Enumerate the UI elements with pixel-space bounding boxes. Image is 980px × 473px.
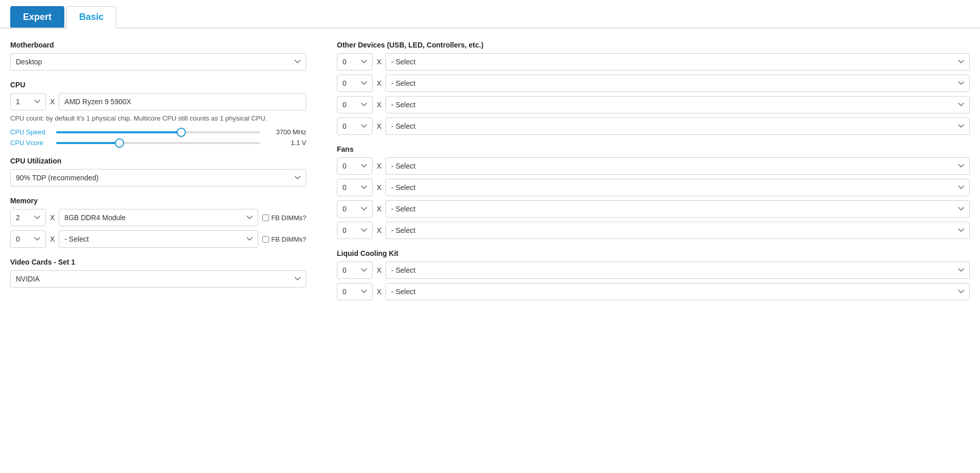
- cpu-util-select[interactable]: 50% TDP 75% TDP 90% TDP (recommended) 10…: [10, 169, 306, 186]
- other-device-select-2[interactable]: - Select: [385, 75, 970, 92]
- tab-basic-label: Basic: [79, 12, 104, 22]
- cpu-row: 1 2 3 4 X: [10, 93, 306, 110]
- cpu-speed-value: 3700 MHz: [265, 128, 306, 136]
- cpu-label: CPU: [10, 81, 306, 89]
- fan-qty-2[interactable]: 012: [337, 179, 373, 196]
- fb-dimm-text-2: FB DIMMs?: [271, 235, 306, 243]
- other-qty-3[interactable]: 012: [337, 96, 373, 113]
- memory-count-select-2[interactable]: 01234: [10, 230, 46, 248]
- cpu-util-section: CPU Utilization 50% TDP 75% TDP 90% TDP …: [10, 157, 306, 186]
- other-device-row-3: 012 X - Select: [337, 96, 970, 113]
- other-device-select-3[interactable]: - Select: [385, 96, 970, 113]
- main-content: Motherboard Desktop Server Workstation C…: [0, 41, 980, 311]
- liquid-select-2[interactable]: - Select: [385, 283, 970, 300]
- fan-qty-4[interactable]: 012: [337, 222, 373, 239]
- memory-count-select-1[interactable]: 01234: [10, 209, 46, 226]
- other-x-1: X: [377, 58, 381, 66]
- fan-row-3: 012 X - Select: [337, 200, 970, 218]
- fan-x-4: X: [377, 226, 381, 234]
- cpu-x-label: X: [50, 98, 55, 106]
- memory-row-2: 01234 X - Select 4GB DDR4 Module 8GB DDR…: [10, 230, 306, 248]
- fb-dimm-label-1[interactable]: FB DIMMs?: [262, 214, 306, 222]
- cpu-section: CPU 1 2 3 4 X CPU count: by default it's…: [10, 81, 306, 147]
- cpu-vcore-label: CPU Vcore: [10, 139, 51, 147]
- tab-expert-label: Expert: [23, 12, 52, 22]
- memory-x-2: X: [50, 235, 55, 243]
- memory-section: Memory 01234 X - Select 4GB DDR4 Module …: [10, 197, 306, 248]
- motherboard-section: Motherboard Desktop Server Workstation: [10, 41, 306, 70]
- fan-select-1[interactable]: - Select: [385, 157, 970, 175]
- other-devices-label: Other Devices (USB, LED, Controllers, et…: [337, 41, 970, 49]
- fb-dimm-checkbox-2[interactable]: [262, 236, 269, 243]
- left-column: Motherboard Desktop Server Workstation C…: [10, 41, 306, 311]
- cpu-note: CPU count: by default it's 1 physical ch…: [10, 114, 306, 122]
- liquid-x-2: X: [377, 288, 381, 296]
- tab-basic[interactable]: Basic: [66, 6, 116, 29]
- liquid-select-1[interactable]: - Select: [385, 262, 970, 279]
- cpu-count-select[interactable]: 1 2 3 4: [10, 93, 46, 110]
- memory-module-select-1[interactable]: - Select 4GB DDR4 Module 8GB DDR4 Module…: [59, 209, 258, 226]
- fan-row-1: 012 X - Select: [337, 157, 970, 175]
- liquid-qty-2[interactable]: 012: [337, 283, 373, 300]
- cpu-vcore-slider[interactable]: [56, 142, 260, 144]
- right-column: Other Devices (USB, LED, Controllers, et…: [337, 41, 970, 311]
- other-device-row-1: 01234 X - Select: [337, 53, 970, 70]
- memory-module-select-2[interactable]: - Select 4GB DDR4 Module 8GB DDR4 Module…: [59, 230, 258, 248]
- cpu-speed-label: CPU Speed: [10, 128, 51, 136]
- liquid-x-1: X: [377, 266, 381, 274]
- other-x-4: X: [377, 122, 381, 130]
- fan-x-2: X: [377, 183, 381, 192]
- other-qty-4[interactable]: 012: [337, 117, 373, 135]
- liquid-row-1: 012 X - Select: [337, 262, 970, 279]
- fb-dimm-checkbox-1[interactable]: [262, 215, 269, 221]
- cpu-speed-slider[interactable]: [56, 131, 260, 133]
- liquid-qty-1[interactable]: 012: [337, 262, 373, 279]
- fan-qty-1[interactable]: 012: [337, 157, 373, 175]
- other-x-3: X: [377, 101, 381, 109]
- fan-x-3: X: [377, 205, 381, 213]
- other-x-2: X: [377, 79, 381, 87]
- fan-select-4[interactable]: - Select: [385, 222, 970, 239]
- video-section: Video Cards - Set 1 - Select NVIDIA AMD …: [10, 258, 306, 288]
- fan-row-4: 012 X - Select: [337, 222, 970, 239]
- cpu-name-input[interactable]: [59, 93, 306, 110]
- fb-dimm-text-1: FB DIMMs?: [271, 214, 306, 222]
- other-device-row-4: 012 X - Select: [337, 117, 970, 135]
- memory-label: Memory: [10, 197, 306, 205]
- tabs-container: Expert Basic: [0, 0, 980, 29]
- other-device-select-1[interactable]: - Select: [385, 53, 970, 70]
- liquid-cooling-section: Liquid Cooling Kit 012 X - Select 012 X …: [337, 249, 970, 300]
- cpu-vcore-row: CPU Vcore 1.1 V: [10, 139, 306, 147]
- liquid-cooling-label: Liquid Cooling Kit: [337, 249, 970, 257]
- other-qty-1[interactable]: 01234: [337, 53, 373, 70]
- fan-row-2: 012 X - Select: [337, 179, 970, 196]
- fans-label: Fans: [337, 145, 970, 153]
- tab-expert[interactable]: Expert: [10, 6, 64, 28]
- video-select[interactable]: - Select NVIDIA AMD Intel: [10, 270, 306, 288]
- fan-select-2[interactable]: - Select: [385, 179, 970, 196]
- fan-x-1: X: [377, 162, 381, 170]
- cpu-util-label: CPU Utilization: [10, 157, 306, 165]
- liquid-row-2: 012 X - Select: [337, 283, 970, 300]
- fb-dimm-label-2[interactable]: FB DIMMs?: [262, 235, 306, 243]
- cpu-vcore-value: 1.1 V: [265, 139, 306, 147]
- fans-section: Fans 012 X - Select 012 X - Select: [337, 145, 970, 239]
- fan-select-3[interactable]: - Select: [385, 200, 970, 218]
- video-label: Video Cards - Set 1: [10, 258, 306, 266]
- memory-row-1: 01234 X - Select 4GB DDR4 Module 8GB DDR…: [10, 209, 306, 226]
- motherboard-select[interactable]: Desktop Server Workstation: [10, 53, 306, 70]
- other-devices-section: Other Devices (USB, LED, Controllers, et…: [337, 41, 970, 135]
- other-qty-2[interactable]: 012: [337, 75, 373, 92]
- cpu-speed-row: CPU Speed 3700 MHz: [10, 128, 306, 136]
- other-device-row-2: 012 X - Select: [337, 75, 970, 92]
- memory-x-1: X: [50, 214, 55, 222]
- motherboard-label: Motherboard: [10, 41, 306, 49]
- fan-qty-3[interactable]: 012: [337, 200, 373, 218]
- other-device-select-4[interactable]: - Select: [385, 117, 970, 135]
